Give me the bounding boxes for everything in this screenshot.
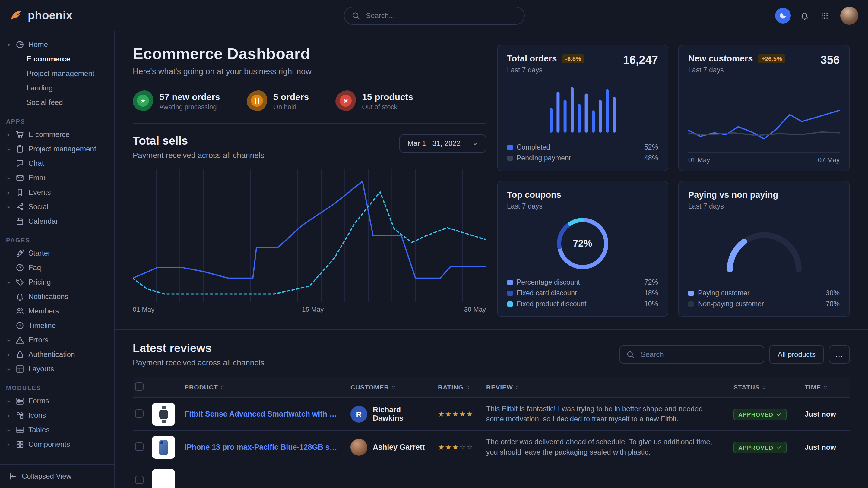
sidebar-nav: ▾ HomeE commerceProject managementLandin… bbox=[0, 37, 114, 452]
components-icon bbox=[16, 440, 24, 449]
sidebar-item-notifications[interactable]: Notifications bbox=[0, 289, 114, 304]
sidebar-item-social-feed[interactable]: Social feed bbox=[0, 95, 114, 110]
sidebar-item-faq[interactable]: Faq bbox=[0, 260, 114, 275]
notifications-button[interactable] bbox=[801, 11, 811, 20]
latest-reviews-subtitle: Payment received across all channels bbox=[133, 358, 264, 367]
review-row: iPhone 13 pro max-Pacific Blue-128GB sto… bbox=[133, 431, 850, 464]
calendar-icon bbox=[16, 217, 24, 225]
caret-right-icon: ▸ bbox=[6, 146, 11, 152]
total-orders-legend: Completed 52% Pending payment 48% bbox=[507, 142, 658, 163]
cart-icon bbox=[16, 130, 24, 139]
sidebar-item-calendar[interactable]: Calendar bbox=[0, 214, 114, 228]
caret-right-icon: ▸ bbox=[6, 366, 11, 372]
brand[interactable]: phoenix bbox=[10, 9, 124, 22]
collapse-sidebar-button[interactable]: Collapsed View bbox=[0, 464, 114, 488]
row-checkbox[interactable] bbox=[135, 409, 144, 418]
product-link[interactable]: iPhone 13 pro max-Pacific Blue-128GB sto… bbox=[185, 443, 346, 452]
sort-icon bbox=[515, 384, 520, 390]
users-icon bbox=[16, 307, 24, 315]
review-row bbox=[133, 464, 850, 488]
sidebar-item-project-management[interactable]: Project management bbox=[0, 66, 114, 81]
main-content: Ecommerce Dashboard Here's what's going … bbox=[115, 31, 868, 488]
brand-name: phoenix bbox=[28, 9, 73, 22]
reviews-search[interactable] bbox=[620, 346, 765, 363]
column-header-customer[interactable]: CUSTOMER bbox=[348, 377, 435, 398]
caret-right-icon: ▸ bbox=[6, 337, 11, 343]
app-root: phoenix ▾ HomeE commerceProject manageme… bbox=[0, 0, 868, 488]
clock-icon bbox=[16, 321, 24, 330]
sidebar-item-email[interactable]: ▸ Email bbox=[0, 171, 114, 185]
stat-item: 5 orders On hold bbox=[247, 90, 309, 111]
sidebar-item-project-management[interactable]: ▸ Project management bbox=[0, 142, 114, 156]
sidebar-item-members[interactable]: Members bbox=[0, 304, 114, 318]
column-header-product[interactable]: PRODUCT bbox=[182, 377, 348, 398]
lock-icon bbox=[16, 350, 24, 359]
sidebar-item-social[interactable]: ▸ Social bbox=[0, 199, 114, 214]
column-header-review[interactable]: REVIEW bbox=[484, 377, 731, 398]
user-avatar[interactable] bbox=[840, 6, 858, 24]
layout-icon bbox=[16, 365, 24, 373]
sidebar-item-layouts[interactable]: ▸ Layouts bbox=[0, 362, 114, 376]
global-search-input[interactable] bbox=[365, 10, 517, 20]
more-actions-button[interactable]: ... bbox=[829, 346, 850, 363]
review-time: Just now bbox=[802, 398, 850, 431]
sidebar-item-landing[interactable]: Landing bbox=[0, 81, 114, 95]
sidebar-item-events[interactable]: ▸ Events bbox=[0, 185, 114, 199]
caret-right-icon: ▸ bbox=[6, 175, 11, 181]
grid-icon bbox=[820, 11, 831, 20]
sort-icon bbox=[465, 384, 471, 390]
legend-swatch bbox=[507, 280, 513, 285]
review-text: This Fitbit is fantastic! I was trying t… bbox=[484, 398, 731, 431]
card-title: Paying vs non paying bbox=[688, 190, 778, 199]
reviews-table-head: PRODUCT CUSTOMER RATING REVIEW STATUS TI… bbox=[133, 377, 850, 398]
sidebar-item-e-commerce[interactable]: E commerce bbox=[0, 52, 114, 66]
sidebar-item-components[interactable]: ▸ Components bbox=[0, 437, 114, 452]
sidebar-item-errors[interactable]: ▸ Errors bbox=[0, 333, 114, 347]
divider bbox=[133, 123, 486, 124]
top-coupons-card: Top coupons Last 7 days 72% Percentage d… bbox=[497, 181, 668, 317]
sidebar-item-timeline[interactable]: Timeline bbox=[0, 318, 114, 333]
bell-icon bbox=[16, 292, 24, 301]
reviews-search-input[interactable] bbox=[640, 350, 758, 359]
warning-icon bbox=[16, 336, 24, 344]
pause-icon bbox=[247, 90, 267, 111]
legend-item: Pending payment 48% bbox=[507, 153, 658, 163]
stats-row: ★ 57 new orders Awating processing 5 ord… bbox=[133, 90, 486, 111]
select-all-checkbox[interactable] bbox=[135, 382, 144, 391]
all-products-button[interactable]: All products bbox=[769, 346, 824, 363]
caret-right-icon: ▸ bbox=[6, 398, 11, 403]
sidebar-item-e-commerce[interactable]: ▸ E commerce bbox=[0, 127, 114, 142]
total-sells-chart bbox=[133, 169, 486, 302]
apps-grid-button[interactable] bbox=[820, 11, 831, 20]
sidebar-item-home[interactable]: ▾ Home bbox=[0, 37, 114, 52]
sidebar-item-authentication[interactable]: ▸ Authentication bbox=[0, 347, 114, 362]
rocket-icon bbox=[16, 249, 24, 257]
column-header-status[interactable]: STATUS bbox=[731, 377, 802, 398]
caret-right-icon: ▸ bbox=[6, 280, 11, 285]
dashboard-left-column: Ecommerce Dashboard Here's what's going … bbox=[133, 44, 486, 317]
product-link[interactable]: Fitbit Sense Advanced Smartwatch with To… bbox=[185, 410, 346, 418]
row-checkbox[interactable] bbox=[135, 475, 144, 484]
sidebar-item-forms[interactable]: ▸ Forms bbox=[0, 394, 114, 408]
sort-icon bbox=[220, 384, 225, 390]
sidebar-item-icons[interactable]: ▸ Icons bbox=[0, 408, 114, 423]
sidebar-item-starter[interactable]: Starter bbox=[0, 246, 114, 260]
caret-down-icon: ▾ bbox=[6, 42, 11, 47]
global-search[interactable] bbox=[343, 6, 525, 24]
column-header-time[interactable]: TIME bbox=[802, 377, 850, 398]
row-checkbox[interactable] bbox=[135, 442, 144, 451]
chat-icon bbox=[16, 159, 24, 168]
column-header-rating[interactable]: RATING bbox=[435, 377, 484, 398]
total-orders-card: Total orders -6.8% Last 7 days 16,247 Co… bbox=[497, 44, 668, 171]
reviews-table-body: Fitbit Sense Advanced Smartwatch with To… bbox=[133, 398, 850, 488]
sidebar-item-chat[interactable]: Chat bbox=[0, 156, 114, 171]
legend-swatch bbox=[507, 301, 513, 306]
sidebar-item-pricing[interactable]: ▸ Pricing bbox=[0, 275, 114, 289]
total-sells-title: Total sells bbox=[133, 134, 264, 148]
date-range-select[interactable]: Mar 1 - 31, 2022 bbox=[400, 134, 486, 153]
theme-toggle-button[interactable] bbox=[775, 7, 791, 23]
sidebar-item-tables[interactable]: ▸ Tables bbox=[0, 423, 114, 437]
legend-item: Paying customer 30% bbox=[688, 288, 840, 298]
latest-reviews-section: Latest reviews Payment received across a… bbox=[133, 330, 850, 488]
legend-item: Non-paying customer 70% bbox=[688, 298, 840, 309]
